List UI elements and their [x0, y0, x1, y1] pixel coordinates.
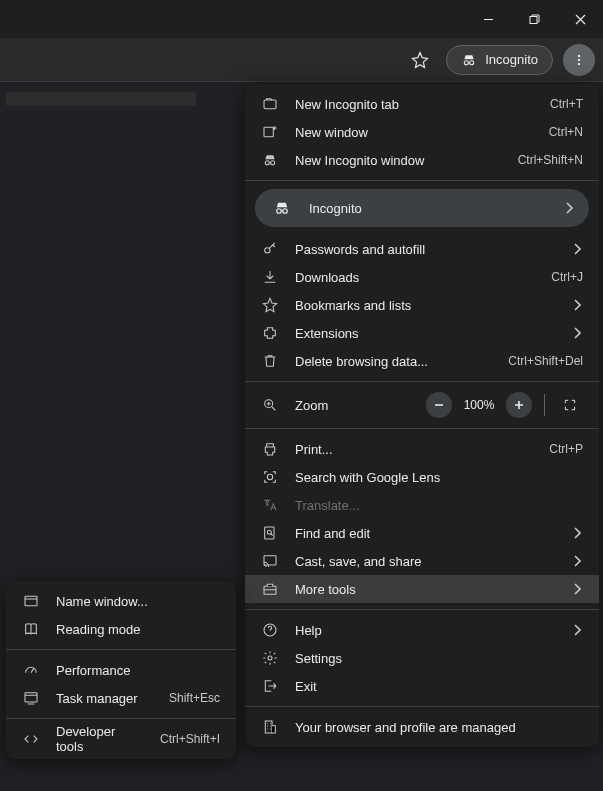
menu-more-tools[interactable]: More tools	[245, 575, 599, 603]
menu-label: Translate...	[295, 498, 583, 513]
code-icon	[22, 730, 40, 748]
menu-bookmarks[interactable]: Bookmarks and lists	[245, 291, 599, 319]
svg-point-1	[465, 60, 469, 64]
menu-separator	[245, 428, 599, 429]
svg-point-11	[283, 209, 288, 214]
menu-shortcut: Ctrl+N	[549, 125, 583, 139]
main-menu: New Incognito tab Ctrl+T New window Ctrl…	[245, 84, 599, 747]
submenu-reading-mode[interactable]: Reading mode	[6, 615, 236, 643]
svg-rect-6	[264, 100, 276, 109]
maximize-button[interactable]	[511, 0, 557, 38]
svg-point-20	[268, 656, 272, 660]
svg-rect-22	[25, 596, 37, 605]
bookmark-star-button[interactable]	[404, 44, 436, 76]
svg-rect-21	[265, 721, 272, 733]
content-placeholder	[6, 92, 196, 106]
menu-find[interactable]: Find and edit	[245, 519, 599, 547]
close-button[interactable]	[557, 0, 603, 38]
svg-rect-23	[25, 693, 37, 702]
menu-label: New Incognito window	[295, 153, 502, 168]
speedometer-icon	[22, 661, 40, 679]
zoom-divider	[544, 394, 545, 416]
chevron-right-icon	[573, 527, 583, 539]
menu-shortcut: Ctrl+Shift+Del	[508, 354, 583, 368]
menu-label: Incognito	[309, 201, 549, 216]
menu-label: Cast, save, and share	[295, 554, 557, 569]
menu-exit[interactable]: Exit	[245, 672, 599, 700]
puzzle-icon	[261, 324, 279, 342]
help-icon	[261, 621, 279, 639]
menu-incognito-pill[interactable]: Incognito	[255, 189, 589, 227]
svg-rect-15	[265, 527, 274, 539]
svg-rect-7	[264, 127, 273, 136]
menu-new-incognito-window[interactable]: New Incognito window Ctrl+Shift+N	[245, 146, 599, 174]
minimize-button[interactable]	[465, 0, 511, 38]
menu-label: Zoom	[295, 398, 410, 413]
chevron-right-icon	[573, 583, 583, 595]
menu-delete-browsing-data[interactable]: Delete browsing data... Ctrl+Shift+Del	[245, 347, 599, 375]
menu-new-window[interactable]: New window Ctrl+N	[245, 118, 599, 146]
menu-extensions[interactable]: Extensions	[245, 319, 599, 347]
svg-point-12	[265, 248, 270, 253]
svg-rect-0	[530, 16, 537, 23]
chevron-right-icon	[573, 327, 583, 339]
menu-label: New Incognito tab	[295, 97, 534, 112]
svg-point-4	[578, 58, 580, 60]
menu-label: Settings	[295, 651, 583, 666]
menu-shortcut: Ctrl+P	[549, 442, 583, 456]
cast-icon	[261, 552, 279, 570]
key-icon	[261, 240, 279, 258]
menu-print[interactable]: Print... Ctrl+P	[245, 435, 599, 463]
menu-shortcut: Ctrl+Shift+I	[160, 732, 220, 746]
incognito-chip[interactable]: Incognito	[446, 45, 553, 75]
lens-icon	[261, 468, 279, 486]
translate-icon	[261, 496, 279, 514]
submenu-performance[interactable]: Performance	[6, 656, 236, 684]
menu-passwords[interactable]: Passwords and autofill	[245, 235, 599, 263]
building-icon	[261, 718, 279, 736]
task-manager-icon	[22, 689, 40, 707]
incognito-icon	[461, 52, 477, 68]
zoom-icon	[261, 397, 279, 413]
toolbox-icon	[261, 580, 279, 598]
svg-point-14	[267, 474, 272, 479]
menu-google-lens[interactable]: Search with Google Lens	[245, 463, 599, 491]
menu-label: Search with Google Lens	[295, 470, 583, 485]
menu-help[interactable]: Help	[245, 616, 599, 644]
chevron-right-icon	[573, 299, 583, 311]
menu-separator	[245, 381, 599, 382]
svg-point-9	[271, 161, 275, 165]
svg-point-10	[277, 209, 282, 214]
menu-new-incognito-tab[interactable]: New Incognito tab Ctrl+T	[245, 90, 599, 118]
fullscreen-button[interactable]	[557, 392, 583, 418]
menu-cast[interactable]: Cast, save, and share	[245, 547, 599, 575]
menu-downloads[interactable]: Downloads Ctrl+J	[245, 263, 599, 291]
menu-shortcut: Shift+Esc	[169, 691, 220, 705]
svg-point-3	[578, 54, 580, 56]
menu-label: New window	[295, 125, 533, 140]
menu-shortcut: Ctrl+Shift+N	[518, 153, 583, 167]
gear-icon	[261, 649, 279, 667]
submenu-task-manager[interactable]: Task manager Shift+Esc	[6, 684, 236, 712]
exit-icon	[261, 677, 279, 695]
menu-shortcut: Ctrl+J	[551, 270, 583, 284]
menu-settings[interactable]: Settings	[245, 644, 599, 672]
svg-rect-18	[264, 586, 276, 594]
zoom-in-button[interactable]	[506, 392, 532, 418]
menu-label: Passwords and autofill	[295, 242, 557, 257]
menu-label: Print...	[295, 442, 533, 457]
trash-icon	[261, 352, 279, 370]
chevron-right-icon	[565, 202, 573, 214]
find-icon	[261, 524, 279, 542]
star-icon	[261, 296, 279, 314]
zoom-out-button[interactable]	[426, 392, 452, 418]
menu-translate: Translate...	[245, 491, 599, 519]
submenu-name-window[interactable]: Name window...	[6, 587, 236, 615]
browser-toolbar: Incognito	[0, 38, 603, 82]
chevron-right-icon	[573, 624, 583, 636]
menu-managed-notice[interactable]: Your browser and profile are managed	[245, 713, 599, 741]
menu-label: Extensions	[295, 326, 557, 341]
submenu-developer-tools[interactable]: Developer tools Ctrl+Shift+I	[6, 725, 236, 753]
main-menu-button[interactable]	[563, 44, 595, 76]
menu-shortcut: Ctrl+T	[550, 97, 583, 111]
